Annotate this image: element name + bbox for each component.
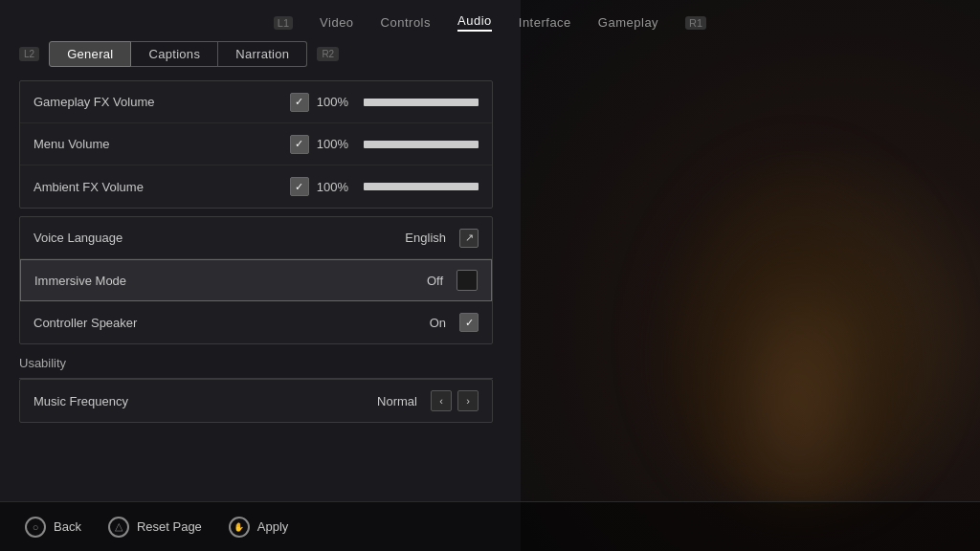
reset-page-action[interactable]: △ Reset Page bbox=[108, 517, 202, 538]
settings-group-1: Gameplay FX Volume ✓ 100% Menu Volume ✓ bbox=[19, 80, 493, 209]
tab-general[interactable]: General bbox=[49, 41, 131, 67]
back-label: Back bbox=[54, 519, 81, 534]
r2-icon: R2 bbox=[317, 47, 339, 61]
settings-usability: Music Frequency Normal ‹ › bbox=[19, 379, 493, 423]
top-nav: L1 Video Controls Audio Interface Gamepl… bbox=[0, 0, 980, 41]
left-panel: L2 General Captions Narration R2 Gamepla… bbox=[0, 41, 512, 506]
apply-action[interactable]: ✋ Apply bbox=[229, 517, 289, 538]
ambient-fx-volume-bar[interactable] bbox=[364, 183, 479, 190]
setting-music-frequency[interactable]: Music Frequency Normal ‹ › bbox=[20, 380, 492, 422]
setting-ambient-fx-volume[interactable]: Ambient FX Volume ✓ 100% bbox=[20, 165, 492, 208]
reset-page-label: Reset Page bbox=[137, 519, 202, 534]
nav-item-audio[interactable]: Audio bbox=[457, 13, 492, 32]
setting-voice-language[interactable]: Voice Language English ↗ bbox=[20, 217, 492, 259]
back-icon: ○ bbox=[25, 517, 46, 538]
setting-immersive-mode[interactable]: Immersive Mode Off bbox=[20, 259, 492, 301]
setting-controller-speaker[interactable]: Controller Speaker On ✓ bbox=[20, 301, 492, 343]
nav-item-video[interactable]: Video bbox=[320, 15, 354, 30]
bottom-bar: ○ Back △ Reset Page ✋ Apply bbox=[0, 501, 980, 551]
apply-label: Apply bbox=[257, 519, 289, 534]
apply-icon: ✋ bbox=[229, 517, 250, 538]
controller-speaker-checkbox[interactable]: ✓ bbox=[459, 313, 479, 332]
ambient-fx-checkbox[interactable]: ✓ bbox=[290, 177, 309, 196]
tab-captions[interactable]: Captions bbox=[131, 41, 218, 67]
immersive-mode-toggle[interactable] bbox=[457, 270, 478, 291]
tabs-row: L2 General Captions Narration R2 bbox=[19, 41, 493, 67]
nav-item-gameplay[interactable]: Gameplay bbox=[598, 15, 658, 30]
music-frequency-left-arrow[interactable]: ‹ bbox=[431, 390, 452, 411]
l2-icon: L2 bbox=[19, 47, 39, 61]
r1-icon: R1 bbox=[685, 16, 706, 30]
l1-icon: L1 bbox=[274, 16, 293, 30]
settings-group-2: Voice Language English ↗ Immersive Mode … bbox=[19, 216, 493, 344]
nav-item-controls[interactable]: Controls bbox=[381, 15, 431, 30]
back-action[interactable]: ○ Back bbox=[25, 517, 81, 538]
gameplay-fx-checkbox[interactable]: ✓ bbox=[290, 93, 309, 112]
menu-volume-bar[interactable] bbox=[364, 141, 479, 148]
setting-gameplay-fx-volume[interactable]: Gameplay FX Volume ✓ 100% bbox=[20, 81, 492, 123]
reset-page-icon: △ bbox=[108, 517, 129, 538]
usability-section-header: Usability bbox=[19, 344, 493, 379]
music-frequency-right-arrow[interactable]: › bbox=[457, 390, 479, 411]
nav-item-interface[interactable]: Interface bbox=[519, 15, 571, 30]
setting-menu-volume[interactable]: Menu Volume ✓ 100% bbox=[20, 123, 492, 165]
menu-volume-checkbox[interactable]: ✓ bbox=[290, 135, 309, 154]
gameplay-fx-volume-bar[interactable] bbox=[364, 99, 479, 106]
voice-language-external-icon[interactable]: ↗ bbox=[459, 229, 479, 248]
tab-narration[interactable]: Narration bbox=[218, 41, 307, 67]
